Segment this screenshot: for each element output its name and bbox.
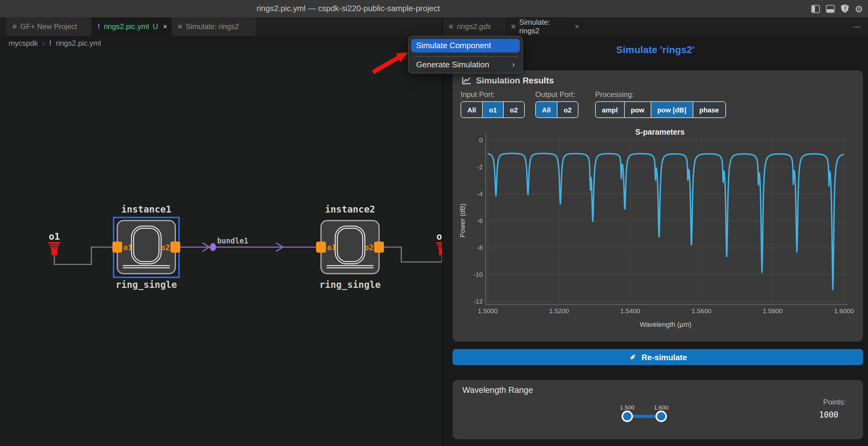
y-tick: -12	[473, 298, 483, 305]
chart-grid	[486, 135, 848, 304]
menu-item-label: Generate Simulation	[416, 60, 489, 69]
net-node[interactable]	[210, 243, 216, 251]
y-tick: -4	[477, 190, 483, 197]
resimulate-label: Re-simulate	[642, 352, 687, 362]
port-symbol	[49, 242, 60, 255]
component-name: ring_single	[116, 279, 177, 290]
chart-title: S-parameters	[635, 127, 685, 136]
pad-o1[interactable]	[112, 241, 122, 252]
instance-instance1[interactable]: instance1 o1 o2 ring_single	[112, 204, 180, 290]
port-label: o1	[49, 231, 60, 242]
pad-o2[interactable]	[170, 241, 180, 252]
resimulate-button[interactable]: Re-simulate	[453, 349, 863, 365]
y-tick: -8	[477, 244, 483, 251]
net-bundle1[interactable]: bundle1	[180, 237, 316, 251]
x-tick: 1.5800	[763, 307, 782, 315]
wavelength-range-slider[interactable]	[616, 409, 673, 424]
gear-icon[interactable]: ⚙	[855, 4, 863, 13]
submenu-arrow-icon: ›	[512, 59, 515, 71]
shield-icon[interactable]	[840, 4, 848, 13]
chart-xlabel: Wavelength (µm)	[640, 321, 691, 328]
port-symbol	[436, 242, 442, 255]
x-tick: 1.5600	[691, 307, 711, 315]
menu-separator	[413, 56, 518, 57]
pad-o2[interactable]	[374, 241, 384, 252]
menu-item-generate-simulation[interactable]: Generate Simulation ›	[411, 59, 520, 71]
slider-handle-min[interactable]	[622, 411, 632, 421]
instance-name: instance1	[121, 204, 172, 215]
pad-label: o1	[123, 243, 132, 252]
pad-label: o2	[365, 243, 373, 252]
close-icon[interactable]: ×	[575, 22, 579, 31]
instance-name: instance2	[325, 204, 375, 215]
x-tick: 1.6000	[834, 307, 854, 315]
component-name: ring_single	[319, 279, 381, 290]
tab-label: rings2.gds	[457, 22, 491, 31]
x-tick: 1.5400	[620, 307, 640, 315]
y-tick: -2	[477, 163, 483, 171]
red-arrow	[367, 48, 417, 79]
port-o1[interactable]: o1	[49, 231, 112, 264]
wire	[54, 247, 112, 264]
tab-rings2-gds[interactable]: ≡ rings2.gds	[443, 17, 505, 36]
list-icon: ≡	[449, 22, 453, 31]
tab-simulate-rings2-right[interactable]: ≡ Simulate: rings2 ×	[505, 17, 585, 36]
y-tick: 0	[479, 137, 483, 144]
wavelength-range-header: Wavelength Range	[462, 385, 533, 395]
instance-instance2[interactable]: instance2 o1 o2 ring_single	[316, 204, 384, 290]
port-label: o2	[436, 231, 442, 242]
port-o2[interactable]: o2	[384, 231, 442, 262]
points-label: Points:	[823, 398, 846, 407]
pad-o1[interactable]	[316, 241, 326, 252]
pad-label: o2	[161, 243, 170, 252]
layout-panel-icon[interactable]	[826, 5, 834, 13]
x-tick: 1.5000	[478, 307, 498, 315]
list-icon: ≡	[511, 22, 516, 31]
s21-curve	[488, 153, 844, 290]
tab-label: Simulate: rings2	[519, 18, 570, 35]
chart-ylabel: Power (dB)	[459, 204, 466, 238]
points-value: 1000	[819, 410, 838, 419]
slider-handle-max[interactable]	[656, 411, 666, 421]
overflow-icon[interactable]: ⋯	[851, 22, 864, 31]
rocket-icon	[628, 353, 637, 361]
x-tick: 1.5200	[549, 307, 569, 315]
menu-item-simulate-component[interactable]: Simulate Component	[411, 39, 520, 53]
context-menu: Simulate Component Generate Simulation ›	[408, 36, 523, 73]
pad-label: o1	[327, 243, 336, 252]
s-parameters-chart: 0-2-4-6-8-10-121.50001.52001.54001.56001…	[453, 70, 863, 341]
titlebar-icons: ⚙	[811, 0, 863, 17]
layout-sidebar-icon[interactable]	[811, 5, 819, 13]
y-tick: -10	[473, 271, 483, 278]
y-tick: -6	[477, 217, 483, 224]
wire	[384, 247, 442, 262]
net-label: bundle1	[217, 237, 248, 245]
